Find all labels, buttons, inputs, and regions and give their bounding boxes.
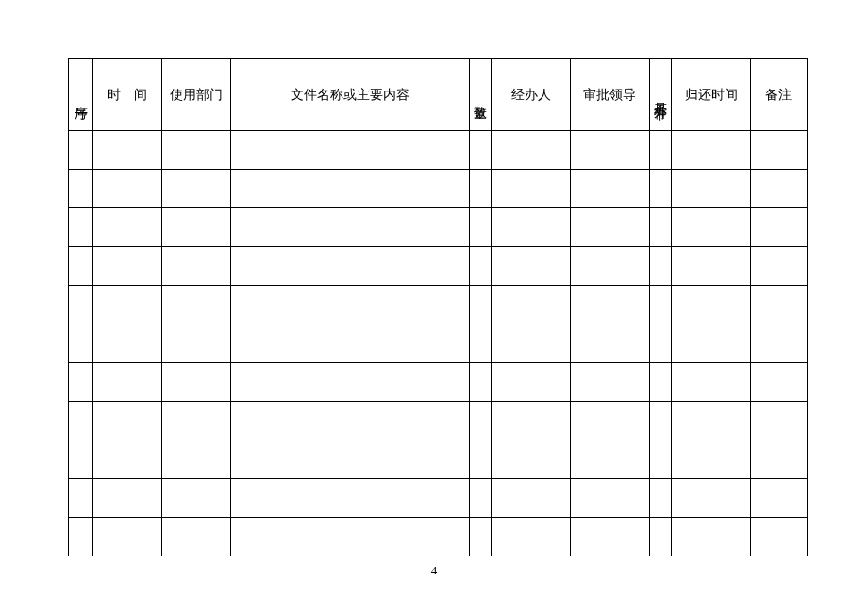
cell-remark: [750, 324, 807, 363]
table-row: [69, 324, 808, 363]
cell-approver: [570, 518, 649, 556]
header-qty: 数量: [469, 59, 492, 131]
cell-handler: [492, 208, 571, 247]
cell-qty: [469, 247, 492, 286]
cell-dept: [161, 402, 230, 440]
cell-filename: [230, 363, 469, 402]
cell-takeout: [649, 208, 672, 247]
cell-dept: [161, 286, 230, 324]
table-row: [69, 440, 808, 479]
header-remark-label: 备注: [765, 88, 792, 102]
cell-dept: [161, 324, 230, 363]
cell-approver: [570, 170, 649, 208]
table-row: [69, 131, 808, 170]
cell-handler: [492, 247, 571, 286]
cell-time: [92, 440, 161, 479]
cell-approver: [570, 208, 649, 247]
cell-handler: [492, 286, 571, 324]
header-dept: 使用部门: [161, 59, 230, 131]
cell-time: [92, 402, 161, 440]
cell-approver: [570, 402, 649, 440]
cell-seq: [69, 208, 93, 247]
cell-approver: [570, 440, 649, 479]
cell-time: [92, 286, 161, 324]
cell-time: [92, 131, 161, 170]
cell-time: [92, 324, 161, 363]
cell-qty: [469, 170, 492, 208]
cell-return_time: [672, 286, 751, 324]
table-row: [69, 170, 808, 208]
cell-takeout: [649, 402, 672, 440]
header-remark: 备注: [750, 59, 807, 131]
table-body: [69, 131, 808, 556]
cell-filename: [230, 208, 469, 247]
cell-filename: [230, 324, 469, 363]
cell-remark: [750, 131, 807, 170]
cell-filename: [230, 286, 469, 324]
cell-seq: [69, 170, 93, 208]
cell-time: [92, 170, 161, 208]
cell-dept: [161, 247, 230, 286]
cell-seq: [69, 247, 93, 286]
header-takeout-label: 是否外带: [653, 91, 667, 99]
header-time-label: 时 间: [108, 88, 147, 102]
header-approver-label: 审批领导: [583, 88, 636, 102]
header-return: 归还时间: [672, 59, 751, 131]
cell-seq: [69, 286, 93, 324]
cell-time: [92, 518, 161, 556]
cell-dept: [161, 170, 230, 208]
cell-filename: [230, 402, 469, 440]
cell-qty: [469, 286, 492, 324]
cell-remark: [750, 518, 807, 556]
cell-filename: [230, 479, 469, 518]
header-filename-label: 文件名称或主要内容: [291, 88, 409, 102]
header-time: 时 间: [92, 59, 161, 131]
cell-time: [92, 247, 161, 286]
form-table-container: 序号 时 间 使用部门 文件名称或主要内容 数量 经办人 审批领导 是否外带 归…: [68, 58, 808, 556]
cell-approver: [570, 479, 649, 518]
cell-remark: [750, 208, 807, 247]
cell-takeout: [649, 479, 672, 518]
cell-return_time: [672, 208, 751, 247]
header-approver: 审批领导: [570, 59, 649, 131]
cell-filename: [230, 170, 469, 208]
cell-filename: [230, 247, 469, 286]
cell-time: [92, 363, 161, 402]
cell-handler: [492, 518, 571, 556]
cell-qty: [469, 518, 492, 556]
cell-takeout: [649, 286, 672, 324]
table-row: [69, 363, 808, 402]
cell-seq: [69, 402, 93, 440]
cell-approver: [570, 286, 649, 324]
cell-remark: [750, 286, 807, 324]
cell-remark: [750, 479, 807, 518]
cell-dept: [161, 208, 230, 247]
header-seq: 序号: [69, 59, 93, 131]
cell-remark: [750, 247, 807, 286]
table-row: [69, 479, 808, 518]
cell-seq: [69, 131, 93, 170]
cell-handler: [492, 402, 571, 440]
cell-takeout: [649, 170, 672, 208]
cell-takeout: [649, 518, 672, 556]
cell-dept: [161, 518, 230, 556]
cell-time: [92, 479, 161, 518]
cell-seq: [69, 440, 93, 479]
cell-filename: [230, 518, 469, 556]
cell-return_time: [672, 131, 751, 170]
cell-handler: [492, 131, 571, 170]
header-return-label: 归还时间: [685, 88, 738, 102]
cell-remark: [750, 440, 807, 479]
cell-handler: [492, 479, 571, 518]
table-row: [69, 208, 808, 247]
cell-remark: [750, 170, 807, 208]
header-qty-label: 数量: [473, 95, 487, 99]
cell-approver: [570, 247, 649, 286]
header-handler-label: 经办人: [511, 88, 551, 102]
table-row: [69, 286, 808, 324]
cell-qty: [469, 479, 492, 518]
cell-return_time: [672, 479, 751, 518]
cell-qty: [469, 131, 492, 170]
cell-filename: [230, 440, 469, 479]
table-row: [69, 402, 808, 440]
